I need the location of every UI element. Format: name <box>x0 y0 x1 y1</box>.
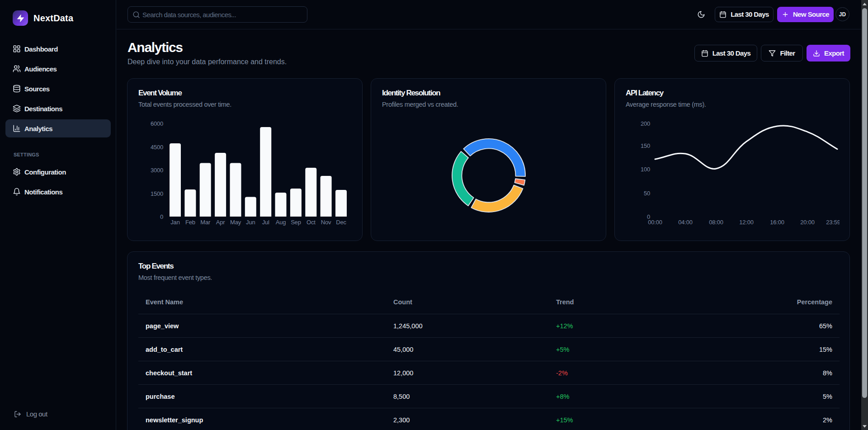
svg-text:100: 100 <box>641 166 650 173</box>
svg-text:50: 50 <box>644 190 650 197</box>
svg-text:Feb: Feb <box>185 219 195 226</box>
svg-text:23:59: 23:59 <box>826 219 840 226</box>
svg-text:1500: 1500 <box>151 190 163 197</box>
svg-text:Jul: Jul <box>262 219 269 226</box>
svg-text:Sep: Sep <box>291 219 301 226</box>
svg-text:150: 150 <box>641 142 650 149</box>
svg-text:6000: 6000 <box>151 120 163 127</box>
svg-text:200: 200 <box>641 120 650 127</box>
svg-text:00:00: 00:00 <box>648 219 662 226</box>
svg-text:Nov: Nov <box>321 219 331 226</box>
svg-text:12:00: 12:00 <box>739 219 754 226</box>
svg-text:04:00: 04:00 <box>678 219 693 226</box>
svg-text:Dec: Dec <box>336 219 346 226</box>
svg-text:3000: 3000 <box>151 167 163 174</box>
svg-text:4500: 4500 <box>151 144 163 151</box>
svg-text:Apr: Apr <box>216 219 226 226</box>
svg-text:Jun: Jun <box>246 219 255 226</box>
svg-text:Mar: Mar <box>200 219 211 226</box>
svg-text:Jan: Jan <box>170 219 179 226</box>
svg-text:Oct: Oct <box>307 219 316 226</box>
svg-text:May: May <box>230 219 241 226</box>
svg-text:20:00: 20:00 <box>800 219 815 226</box>
svg-text:0: 0 <box>160 213 163 220</box>
svg-text:16:00: 16:00 <box>770 219 784 226</box>
svg-text:08:00: 08:00 <box>709 219 723 226</box>
svg-text:Aug: Aug <box>276 219 286 226</box>
